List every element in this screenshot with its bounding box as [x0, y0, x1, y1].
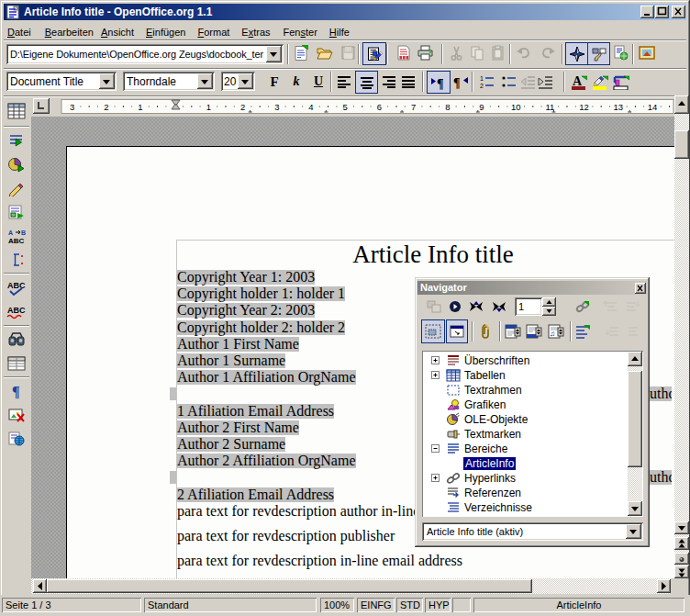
svg-text:1: 1	[138, 102, 142, 112]
svg-text:5: 5	[343, 102, 348, 112]
svg-text:¶: ¶	[437, 76, 444, 90]
svg-text:2: 2	[480, 83, 484, 89]
svg-text:¶: ¶	[12, 384, 20, 399]
svg-text:13: 13	[614, 102, 624, 112]
svg-text:12: 12	[579, 102, 589, 112]
svg-text:11: 11	[545, 102, 554, 112]
svg-text:ABC: ABC	[7, 306, 26, 315]
svg-text:♫: ♫	[550, 330, 555, 338]
svg-text:3: 3	[274, 102, 279, 112]
svg-text:7: 7	[411, 102, 416, 112]
svg-text:4: 4	[308, 102, 313, 112]
svg-text:A: A	[8, 230, 13, 236]
svg-text:ABC: ABC	[8, 237, 25, 244]
svg-text:2: 2	[240, 102, 245, 112]
svg-text:¶: ¶	[453, 76, 461, 90]
svg-text:6: 6	[377, 102, 382, 112]
svg-text:1: 1	[206, 102, 211, 112]
svg-text:9: 9	[479, 102, 484, 112]
svg-text:2: 2	[104, 102, 108, 112]
svg-text:1: 1	[480, 75, 484, 82]
svg-text:14: 14	[648, 102, 658, 112]
svg-text:10: 10	[511, 102, 521, 112]
svg-text:B: B	[21, 230, 26, 236]
svg-text:8: 8	[445, 102, 450, 112]
svg-text:ABC: ABC	[7, 281, 26, 290]
svg-text:A: A	[573, 74, 583, 88]
svg-text:3: 3	[70, 102, 74, 112]
